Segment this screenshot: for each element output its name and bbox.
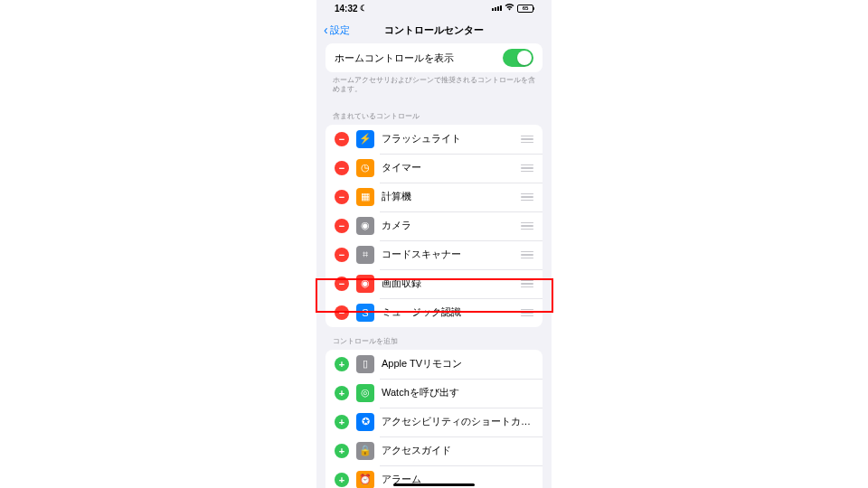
drag-handle-icon[interactable] — [521, 280, 533, 288]
home-control-label: ホームコントロールを表示 — [335, 52, 503, 65]
included-control-row: −▦計算機 — [326, 183, 542, 211]
app-icon: ▦ — [356, 188, 374, 206]
more-controls-list: +▯Apple TVリモコン+◎Watchを呼び出す+✪アクセシビリティのショー… — [326, 350, 542, 488]
drag-handle-icon[interactable] — [521, 136, 533, 144]
app-icon: ✪ — [356, 413, 374, 431]
add-button[interactable]: + — [335, 386, 349, 400]
remove-button[interactable]: − — [335, 248, 349, 262]
remove-button[interactable]: − — [335, 219, 349, 233]
status-bar: 14:32 ☾ 65 — [316, 0, 552, 16]
app-icon: S — [356, 304, 374, 322]
more-control-row: +✪アクセシビリティのショートカ… — [326, 408, 542, 436]
control-label: コードスキャナー — [382, 248, 521, 261]
add-button[interactable]: + — [335, 357, 349, 371]
included-control-row: −⌗コードスキャナー — [326, 240, 542, 269]
back-button[interactable]: ‹ 設定 — [324, 23, 350, 37]
more-control-row: +▯Apple TVリモコン — [326, 350, 542, 379]
remove-button[interactable]: − — [335, 190, 349, 204]
app-icon: ◉ — [356, 275, 374, 293]
wifi-icon — [505, 4, 514, 13]
control-label: Watchを呼び出す — [382, 386, 533, 399]
remove-button[interactable]: − — [335, 305, 349, 320]
drag-handle-icon[interactable] — [521, 164, 533, 173]
control-label: Apple TVリモコン — [382, 357, 533, 371]
control-label: アクセスガイド — [382, 444, 533, 457]
home-control-card: ホームコントロールを表示 — [326, 43, 542, 72]
content-scroll[interactable]: ホームコントロールを表示 ホームアクセサリおよびシーンで推奨されるコントロールを… — [316, 43, 552, 488]
included-header: 含まれているコントロール — [316, 102, 552, 125]
drag-handle-icon[interactable] — [521, 222, 533, 230]
drag-handle-icon[interactable] — [521, 193, 533, 202]
more-control-row: +🔒アクセスガイド — [326, 436, 542, 465]
app-icon: 🔒 — [356, 442, 374, 460]
control-label: アクセシビリティのショートカ… — [382, 415, 533, 428]
included-control-row: −◉画面収録 — [326, 269, 542, 298]
included-control-row: −◉カメラ — [326, 211, 542, 240]
control-label: カメラ — [382, 219, 521, 232]
app-icon: ◎ — [356, 384, 374, 402]
nav-bar: ‹ 設定 コントロールセンター — [316, 16, 552, 43]
included-control-row: −◷タイマー — [326, 154, 542, 183]
add-button[interactable]: + — [335, 415, 349, 429]
home-control-footer: ホームアクセサリおよびシーンで推奨されるコントロールを含めます。 — [316, 72, 552, 102]
app-icon: ⚡ — [356, 130, 374, 148]
chevron-left-icon: ‹ — [324, 23, 328, 36]
add-button[interactable]: + — [335, 444, 349, 458]
do-not-disturb-icon: ☾ — [360, 4, 367, 13]
remove-button[interactable]: − — [335, 132, 349, 146]
included-control-row: −⚡フラッシュライト — [326, 125, 542, 154]
home-control-row: ホームコントロールを表示 — [326, 43, 542, 72]
status-time: 14:32 — [335, 4, 358, 14]
control-label: 計算機 — [382, 190, 521, 203]
app-icon: ◉ — [356, 217, 374, 235]
app-icon: ⏰ — [356, 471, 374, 488]
home-control-toggle[interactable] — [503, 49, 533, 67]
battery-icon: 65 — [517, 5, 533, 13]
home-indicator — [393, 483, 475, 486]
page-title: コントロールセンター — [316, 23, 552, 37]
more-control-row: +◎Watchを呼び出す — [326, 379, 542, 408]
add-button[interactable]: + — [335, 473, 349, 487]
control-label: 画面収録 — [382, 277, 521, 290]
control-label: ミュージック認識 — [382, 305, 521, 319]
more-header: コントロールを追加 — [316, 327, 552, 350]
phone-frame: 14:32 ☾ 65 ‹ 設定 コントロールセンター ホームコントロールを表示 … — [316, 0, 552, 488]
app-icon: ⌗ — [356, 246, 374, 264]
included-controls-list: −⚡フラッシュライト−◷タイマー−▦計算機−◉カメラ−⌗コードスキャナー−◉画面… — [326, 125, 542, 327]
control-label: フラッシュライト — [382, 132, 521, 145]
control-label: タイマー — [382, 161, 521, 174]
app-icon: ▯ — [356, 355, 374, 373]
drag-handle-icon[interactable] — [521, 309, 533, 317]
remove-button[interactable]: − — [335, 277, 349, 291]
drag-handle-icon[interactable] — [521, 251, 533, 259]
included-control-row: −Sミュージック認識 — [326, 298, 542, 327]
remove-button[interactable]: − — [335, 161, 349, 175]
back-label: 設定 — [330, 23, 350, 37]
cellular-signal-icon — [492, 5, 502, 11]
app-icon: ◷ — [356, 159, 374, 177]
